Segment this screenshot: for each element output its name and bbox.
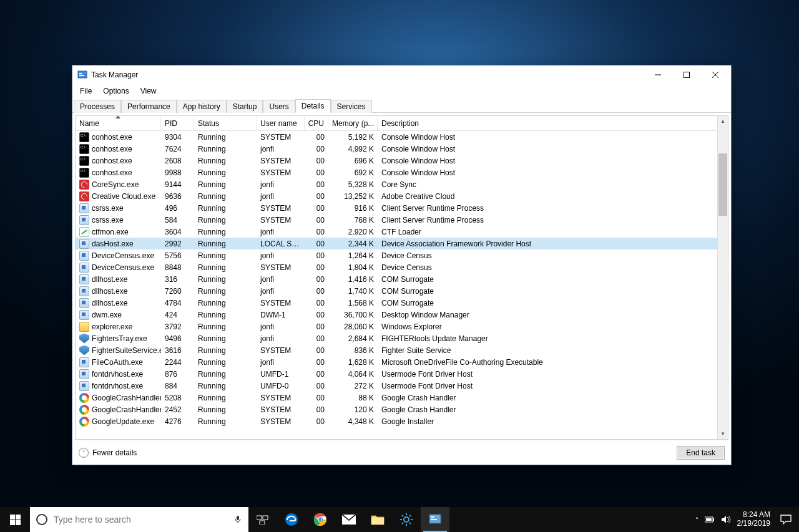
col-cpu[interactable]: CPU bbox=[305, 116, 328, 130]
table-row[interactable]: dllhost.exe4784RunningSYSTEM001,568 KCOM… bbox=[76, 297, 717, 309]
vertical-scrollbar[interactable]: ▲ ▼ bbox=[717, 116, 728, 439]
search-input[interactable] bbox=[54, 515, 227, 525]
tab-app-history[interactable]: App history bbox=[177, 100, 227, 113]
table-row[interactable]: fontdrvhost.exe876RunningUMFD-1004,064 K… bbox=[76, 368, 717, 380]
tab-services[interactable]: Services bbox=[331, 100, 372, 113]
tab-startup[interactable]: Startup bbox=[227, 100, 263, 113]
tray-chevron-up-icon[interactable]: ˄ bbox=[695, 516, 699, 523]
cell-description: Client Server Runtime Process bbox=[378, 204, 717, 213]
table-row[interactable]: conhost.exe9304RunningSYSTEM005,192 KCon… bbox=[76, 131, 717, 143]
table-row[interactable]: FightersTray.exe9496Runningjonfi002,684 … bbox=[76, 332, 717, 344]
taskbar-chrome[interactable] bbox=[306, 507, 335, 532]
menu-options[interactable]: Options bbox=[98, 85, 134, 97]
search-box[interactable] bbox=[30, 507, 248, 532]
cell-user: jonfi bbox=[257, 358, 305, 367]
microphone-icon[interactable] bbox=[233, 515, 242, 524]
table-row[interactable]: csrss.exe496RunningSYSTEM00916 KClient S… bbox=[76, 202, 717, 214]
taskbar-edge[interactable] bbox=[277, 507, 306, 532]
table-row[interactable]: CoreSync.exe9144Runningjonfi005,328 KCor… bbox=[76, 178, 717, 190]
svg-rect-18 bbox=[371, 518, 384, 525]
table-row[interactable]: GoogleCrashHandler...2452RunningSYSTEM00… bbox=[76, 404, 717, 415]
cell-pid: 9636 bbox=[161, 192, 194, 201]
start-button[interactable] bbox=[0, 507, 30, 532]
table-row[interactable]: dasHost.exe2992RunningLOCAL SE...002,344… bbox=[76, 238, 717, 249]
table-row[interactable]: dllhost.exe7260Runningjonfi001,740 KCOM … bbox=[76, 285, 717, 297]
col-mem[interactable]: Memory (p... bbox=[328, 116, 378, 130]
process-icon bbox=[79, 405, 89, 415]
table-row[interactable]: fontdrvhost.exe884RunningUMFD-000272 KUs… bbox=[76, 380, 717, 392]
cell-status: Running bbox=[194, 275, 257, 284]
table-row[interactable]: conhost.exe2608RunningSYSTEM00696 KConso… bbox=[76, 155, 717, 167]
col-desc[interactable]: Description bbox=[378, 116, 717, 130]
cell-pid: 2452 bbox=[161, 405, 194, 414]
table-row[interactable]: conhost.exe9988RunningSYSTEM00692 KConso… bbox=[76, 167, 717, 178]
table-row[interactable]: dwm.exe424RunningDWM-10036,700 KDesktop … bbox=[76, 309, 717, 321]
taskbar-explorer[interactable] bbox=[363, 507, 392, 532]
cell-name: dasHost.exe bbox=[92, 239, 134, 248]
cell-cpu: 00 bbox=[305, 216, 328, 225]
tab-users[interactable]: Users bbox=[263, 100, 295, 113]
taskbar-settings[interactable] bbox=[392, 507, 421, 532]
taskbar-task-manager[interactable] bbox=[421, 507, 449, 532]
table-row[interactable]: Creative Cloud.exe9636Runningjonfi0013,2… bbox=[76, 190, 717, 202]
cell-description: CTF Loader bbox=[378, 228, 717, 236]
cell-memory: 692 K bbox=[328, 168, 378, 177]
fewer-details-button[interactable]: ˄ Fewer details bbox=[79, 448, 137, 458]
scroll-up-arrow[interactable]: ▲ bbox=[718, 116, 728, 127]
scroll-down-arrow[interactable]: ▼ bbox=[718, 428, 728, 439]
table-row[interactable]: ctfmon.exe3604Runningjonfi002,920 KCTF L… bbox=[76, 226, 717, 238]
scroll-thumb[interactable] bbox=[718, 153, 727, 216]
process-icon bbox=[79, 369, 89, 379]
cell-memory: 36,700 K bbox=[328, 311, 378, 319]
rows-container: conhost.exe9304RunningSYSTEM005,192 KCon… bbox=[76, 131, 717, 439]
menu-file[interactable]: File bbox=[75, 85, 97, 97]
cell-pid: 7624 bbox=[161, 145, 194, 153]
cell-cpu: 00 bbox=[305, 311, 328, 319]
table-row[interactable]: GoogleCrashHandler...5208RunningSYSTEM00… bbox=[76, 392, 717, 404]
cell-name: conhost.exe bbox=[92, 168, 132, 177]
minimize-button[interactable] bbox=[644, 65, 672, 84]
svg-rect-32 bbox=[713, 518, 714, 521]
table-row[interactable]: explorer.exe3792Runningjonfi0028,060 KWi… bbox=[76, 321, 717, 332]
cell-cpu: 00 bbox=[305, 251, 328, 260]
table-row[interactable]: GoogleUpdate.exe4276RunningSYSTEM004,348… bbox=[76, 415, 717, 427]
maximize-button[interactable] bbox=[672, 65, 701, 84]
close-button[interactable] bbox=[701, 65, 730, 84]
cell-name: dllhost.exe bbox=[92, 299, 127, 307]
cell-user: SYSTEM bbox=[257, 216, 305, 225]
tab-processes[interactable]: Processes bbox=[74, 100, 121, 113]
tab-performance[interactable]: Performance bbox=[121, 100, 177, 113]
table-row[interactable]: DeviceCensus.exe8848RunningSYSTEM001,804… bbox=[76, 261, 717, 273]
task-view-button[interactable] bbox=[248, 507, 277, 532]
col-user[interactable]: User name bbox=[257, 116, 305, 130]
process-icon bbox=[79, 215, 89, 225]
table-row[interactable]: conhost.exe7624Runningjonfi004,992 KCons… bbox=[76, 143, 717, 155]
tray-battery-icon[interactable] bbox=[705, 515, 715, 524]
table-row[interactable]: csrss.exe584RunningSYSTEM00768 KClient S… bbox=[76, 214, 717, 226]
cell-name: GoogleCrashHandler... bbox=[92, 394, 161, 402]
taskbar-mail[interactable] bbox=[335, 507, 363, 532]
table-row[interactable]: FileCoAuth.exe2244Runningjonfi001,628 KM… bbox=[76, 356, 717, 368]
menubar: File Options View bbox=[72, 84, 731, 98]
tray-volume-icon[interactable] bbox=[721, 515, 731, 524]
end-task-button[interactable]: End task bbox=[677, 446, 725, 460]
titlebar[interactable]: Task Manager bbox=[72, 65, 731, 84]
table-row[interactable]: FighterSuiteService.e...3616RunningSYSTE… bbox=[76, 344, 717, 356]
cell-name: conhost.exe bbox=[92, 145, 132, 153]
cell-user: SYSTEM bbox=[257, 157, 305, 165]
col-name[interactable]: Name bbox=[76, 116, 161, 130]
process-grid: Name PID Status User name CPU Memory (p.… bbox=[76, 116, 717, 439]
cell-user: jonfi bbox=[257, 275, 305, 284]
menu-view[interactable]: View bbox=[135, 85, 162, 97]
svg-line-25 bbox=[409, 523, 411, 524]
action-center-icon[interactable] bbox=[780, 514, 792, 525]
table-row[interactable]: dllhost.exe316Runningjonfi001,416 KCOM S… bbox=[76, 273, 717, 285]
svg-rect-9 bbox=[257, 516, 262, 520]
table-row[interactable]: DeviceCensus.exe5756Runningjonfi001,264 … bbox=[76, 249, 717, 261]
taskbar-clock[interactable]: 8:24 AM 2/19/2019 bbox=[737, 511, 770, 528]
cell-memory: 13,252 K bbox=[328, 192, 378, 201]
col-status[interactable]: Status bbox=[194, 116, 257, 130]
col-pid[interactable]: PID bbox=[161, 116, 194, 130]
tab-details[interactable]: Details bbox=[295, 99, 331, 113]
process-icon bbox=[79, 239, 89, 249]
